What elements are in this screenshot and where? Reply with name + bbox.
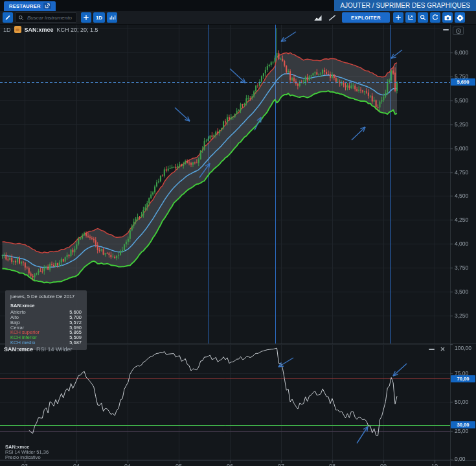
settings-button[interactable]	[455, 12, 465, 23]
snapshot-button[interactable]	[442, 12, 453, 23]
chart-region: 1D SAN:xmce KCH 20; 20; 1.5 jueves, 5 De…	[0, 25, 476, 466]
search-icon	[18, 15, 24, 21]
main-chart-minimize-button[interactable]	[443, 29, 449, 30]
minimize-icon	[443, 29, 449, 30]
add-instrument-button[interactable]	[81, 12, 91, 23]
restore-label: RESTAURER	[9, 3, 41, 9]
toolbar: 1D EXPLOITER	[0, 11, 476, 25]
rsi-minimize-button[interactable]	[429, 349, 435, 350]
timeframe-button[interactable]: 1D	[93, 12, 105, 23]
trendline-tool[interactable]	[326, 12, 338, 23]
camera-icon	[444, 15, 451, 21]
external-link-icon[interactable]	[43, 3, 51, 9]
clock-icon	[455, 28, 462, 34]
restore-tab[interactable]: RESTAURER	[4, 1, 56, 11]
zoom-button[interactable]	[418, 12, 428, 23]
search-input[interactable]	[26, 14, 74, 21]
rsi-panel-controls	[429, 347, 445, 351]
instrument-search[interactable]	[15, 12, 77, 23]
magnifier-icon	[420, 14, 426, 21]
refresh-button[interactable]	[430, 12, 440, 23]
draw-pencil-button[interactable]	[3, 12, 13, 23]
area-chart-tool[interactable]	[313, 12, 324, 23]
pencil-icon	[5, 14, 11, 21]
time-axis-clock[interactable]	[453, 27, 464, 35]
bar-chart-icon	[109, 14, 116, 21]
minimize-icon	[429, 349, 435, 350]
add-chart-button[interactable]	[393, 12, 403, 23]
scale-button[interactable]	[405, 12, 416, 23]
trendline-icon	[328, 14, 336, 21]
gear-icon	[457, 14, 464, 21]
close-icon	[440, 347, 445, 351]
toolbar-right-group: EXPLOITER	[313, 12, 467, 23]
exploit-button[interactable]: EXPLOITER	[342, 12, 390, 23]
trading-app-window: RESTAURER AJOUTER / SUPRIMER DES GRAPHIQ…	[0, 0, 476, 466]
titlebar: RESTAURER AJOUTER / SUPRIMER DES GRAPHIQ…	[0, 0, 476, 11]
chart-canvas[interactable]	[0, 25, 476, 466]
rsi-close-button[interactable]	[440, 347, 445, 351]
area-chart-icon	[314, 14, 323, 21]
chart-style-button[interactable]	[107, 12, 117, 23]
plus-icon	[83, 14, 89, 21]
scale-axes-icon	[407, 14, 414, 21]
plus-icon	[395, 14, 402, 21]
add-remove-graphs-button[interactable]: AJOUTER / SUPRIMER DES GRAPHIQUES	[334, 0, 476, 11]
refresh-icon	[432, 14, 438, 21]
